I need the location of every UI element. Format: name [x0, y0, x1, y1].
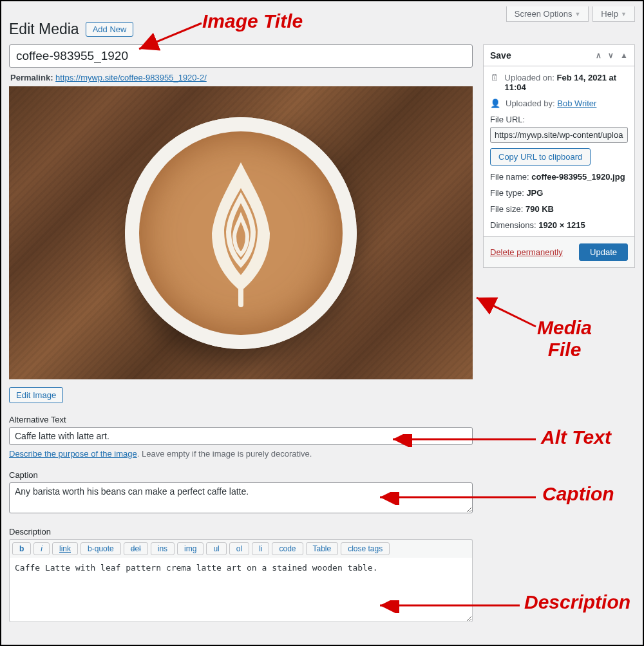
- quicktag-li[interactable]: li: [252, 542, 269, 555]
- description-textarea[interactable]: Caffe Latte with leaf pattern crema latt…: [9, 558, 473, 622]
- calendar-icon: 🗓: [490, 73, 500, 82]
- alt-help-link[interactable]: Describe the purpose of the image: [9, 449, 137, 459]
- quicktag-close-tags[interactable]: close tags: [341, 542, 390, 555]
- quicktag-code[interactable]: code: [272, 542, 303, 555]
- caption-label: Caption: [9, 470, 473, 480]
- caption-textarea[interactable]: Any barista worth his beans can make a p…: [9, 482, 473, 513]
- quicktag-Table[interactable]: Table: [306, 542, 339, 555]
- save-panel-title: Save: [490, 50, 511, 61]
- collapse-icon[interactable]: ▲: [620, 51, 628, 60]
- quicktag-ul[interactable]: ul: [206, 542, 226, 555]
- save-panel: Save ∧ ∨ ▲ 🗓 Uploaded on: Feb 14, 2021 a…: [483, 44, 635, 268]
- svg-rect-0: [238, 281, 243, 307]
- quicktag-ol[interactable]: ol: [229, 542, 249, 555]
- move-down-icon[interactable]: ∨: [608, 51, 614, 60]
- alt-text-label: Alternative Text: [9, 415, 473, 424]
- quicktag-del[interactable]: del: [124, 542, 148, 555]
- chevron-down-icon: ▼: [574, 11, 580, 17]
- copy-url-button[interactable]: Copy URL to clipboard: [490, 148, 591, 166]
- file-url-input[interactable]: [490, 127, 628, 143]
- add-new-button[interactable]: Add New: [86, 22, 134, 37]
- quicktag-b[interactable]: b: [12, 542, 31, 555]
- page-title: Edit Media: [9, 21, 79, 38]
- quicktag-b-quote[interactable]: b-quote: [80, 542, 121, 555]
- screen-options-button[interactable]: Screen Options▼: [506, 6, 589, 22]
- description-label: Description: [9, 527, 473, 537]
- alt-help-text: Describe the purpose of the image. Leave…: [9, 449, 473, 459]
- quicktag-img[interactable]: img: [177, 542, 204, 555]
- quicktag-link[interactable]: link: [52, 542, 78, 555]
- edit-image-button[interactable]: Edit Image: [9, 387, 63, 403]
- update-button[interactable]: Update: [579, 243, 628, 261]
- user-icon: 👤: [490, 99, 500, 108]
- move-up-icon[interactable]: ∧: [596, 51, 601, 60]
- alt-text-input[interactable]: [9, 427, 473, 445]
- chevron-down-icon: ▼: [621, 11, 627, 17]
- quicktag-i[interactable]: i: [33, 542, 50, 555]
- permalink-link[interactable]: https://mywp.site/coffee-983955_1920-2/: [55, 73, 207, 82]
- help-button[interactable]: Help▼: [592, 6, 635, 22]
- delete-permanently-link[interactable]: Delete permanently: [490, 247, 563, 257]
- file-url-label: File URL:: [490, 115, 525, 124]
- author-link[interactable]: Bob Writer: [557, 99, 596, 108]
- media-preview-image[interactable]: [9, 86, 473, 379]
- quicktag-ins[interactable]: ins: [151, 542, 175, 555]
- permalink-row: Permalink: https://mywp.site/coffee-9839…: [10, 73, 471, 82]
- media-title-input[interactable]: [9, 44, 473, 68]
